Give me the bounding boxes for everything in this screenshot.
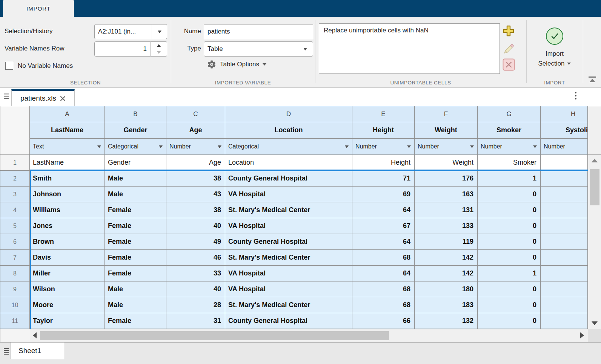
cell-F6[interactable]: 119 [415, 234, 478, 250]
cell-G10[interactable]: 0 [478, 297, 541, 313]
scroll-down-icon[interactable] [592, 321, 598, 325]
column-name-F[interactable]: Weight [415, 122, 478, 139]
cell-H7[interactable] [541, 250, 588, 266]
add-rule-button[interactable] [502, 24, 515, 38]
cell-A7[interactable]: Davis [30, 250, 105, 266]
name-input[interactable] [204, 24, 313, 39]
vertical-scrollbar-thumb[interactable] [590, 169, 599, 205]
cell-H1[interactable] [541, 155, 588, 171]
cell-G5[interactable]: 0 [478, 218, 541, 234]
row-header-2[interactable]: 2 [0, 171, 30, 187]
cell-B10[interactable]: Male [105, 297, 166, 313]
row-header-4[interactable]: 4 [0, 202, 30, 218]
column-name-B[interactable]: Gender [105, 122, 166, 139]
cell-B3[interactable]: Male [105, 187, 166, 202]
cell-H4[interactable] [541, 202, 588, 218]
cell-A11[interactable]: Taylor [30, 313, 105, 329]
cell-H8[interactable] [541, 266, 588, 281]
cell-C7[interactable]: 46 [166, 250, 225, 266]
column-name-C[interactable]: Age [166, 122, 225, 139]
type-dropdown[interactable]: Table [204, 41, 313, 57]
cell-D11[interactable]: County General Hospital [225, 313, 352, 329]
row-header-10[interactable]: 10 [0, 297, 30, 313]
cell-A6[interactable]: Brown [30, 234, 105, 250]
type-dropdown-button[interactable] [298, 42, 313, 56]
cell-A1[interactable]: LastName [30, 155, 105, 171]
cell-B1[interactable]: Gender [105, 155, 166, 171]
column-letter-B[interactable]: B [105, 106, 166, 122]
variable-names-row-input[interactable]: 1 [94, 41, 151, 57]
cell-E5[interactable]: 67 [352, 218, 415, 234]
cell-B9[interactable]: Male [105, 281, 166, 297]
column-letter-G[interactable]: G [478, 106, 541, 122]
column-name-A[interactable]: LastName [30, 122, 105, 139]
cell-B6[interactable]: Female [105, 234, 166, 250]
cell-E4[interactable]: 64 [352, 202, 415, 218]
unimportable-rules-list[interactable]: Replace unimportable cells with NaN [319, 23, 500, 74]
cell-C9[interactable]: 40 [166, 281, 225, 297]
cell-A8[interactable]: Miller [30, 266, 105, 281]
cell-D7[interactable]: St. Mary's Medical Center [225, 250, 352, 266]
row-header-3[interactable]: 3 [0, 187, 30, 202]
cell-B5[interactable]: Female [105, 218, 166, 234]
cell-A5[interactable]: Jones [30, 218, 105, 234]
cell-G9[interactable]: 0 [478, 281, 541, 297]
column-letter-H[interactable]: H [541, 106, 588, 122]
cell-D1[interactable]: Location [225, 155, 352, 171]
cell-E2[interactable]: 71 [352, 171, 415, 187]
row-header-5[interactable]: 5 [0, 218, 30, 234]
spinner-up-button[interactable] [151, 42, 167, 49]
column-type-E[interactable]: Number [352, 139, 415, 155]
cell-C6[interactable]: 49 [166, 234, 225, 250]
cell-D4[interactable]: St. Mary's Medical Center [225, 202, 352, 218]
selection-history-dropdown-button[interactable] [152, 24, 167, 39]
cell-F10[interactable]: 183 [415, 297, 478, 313]
horizontal-scrollbar[interactable] [30, 329, 588, 342]
delete-rule-button[interactable] [502, 58, 515, 71]
column-letter-E[interactable]: E [352, 106, 415, 122]
grip-lines-icon[interactable] [4, 348, 9, 355]
cell-D6[interactable]: County General Hospital [225, 234, 352, 250]
cell-D10[interactable]: St. Mary's Medical Center [225, 297, 352, 313]
row-header-9[interactable]: 9 [0, 281, 30, 297]
cell-B2[interactable]: Male [105, 171, 166, 187]
column-name-E[interactable]: Height [352, 122, 415, 139]
row-header-8[interactable]: 8 [0, 266, 30, 281]
column-letter-D[interactable]: D [225, 106, 352, 122]
cell-E6[interactable]: 64 [352, 234, 415, 250]
column-type-G[interactable]: Number [478, 139, 541, 155]
vertical-scrollbar[interactable] [588, 155, 601, 329]
import-selection-button[interactable]: Import Selection [526, 17, 583, 77]
cell-E9[interactable]: 68 [352, 281, 415, 297]
cell-H6[interactable] [541, 234, 588, 250]
cell-A4[interactable]: Williams [30, 202, 105, 218]
cell-G7[interactable]: 0 [478, 250, 541, 266]
column-name-G[interactable]: Smoker [478, 122, 541, 139]
cell-H10[interactable] [541, 297, 588, 313]
cell-F5[interactable]: 133 [415, 218, 478, 234]
cell-D5[interactable]: VA Hospital [225, 218, 352, 234]
column-type-F[interactable]: Number [415, 139, 478, 155]
cell-B11[interactable]: Female [105, 313, 166, 329]
table-options-button[interactable]: Table Options [207, 60, 266, 69]
column-letter-A[interactable]: A [30, 106, 105, 122]
cell-A2[interactable]: Smith [30, 171, 105, 187]
cell-A3[interactable]: Johnson [30, 187, 105, 202]
cell-F11[interactable]: 132 [415, 313, 478, 329]
cell-E1[interactable]: Height [352, 155, 415, 171]
cell-C4[interactable]: 38 [166, 202, 225, 218]
spinner-down-button[interactable] [151, 49, 167, 56]
no-variable-names-checkbox[interactable] [5, 62, 13, 70]
column-type-H[interactable]: Number [541, 139, 588, 155]
edit-rule-button[interactable] [503, 41, 515, 54]
cell-C2[interactable]: 38 [166, 171, 225, 187]
scroll-left-icon[interactable] [33, 332, 37, 338]
column-type-D[interactable]: Categorical [225, 139, 352, 155]
tab-import[interactable]: IMPORT [3, 0, 74, 17]
cell-H2[interactable] [541, 171, 588, 187]
cell-D3[interactable]: VA Hospital [225, 187, 352, 202]
row-header-6[interactable]: 6 [0, 234, 30, 250]
cell-D2[interactable]: County General Hospital [225, 171, 352, 187]
scroll-up-icon[interactable] [592, 159, 598, 162]
grid-corner-cell[interactable] [0, 106, 30, 155]
